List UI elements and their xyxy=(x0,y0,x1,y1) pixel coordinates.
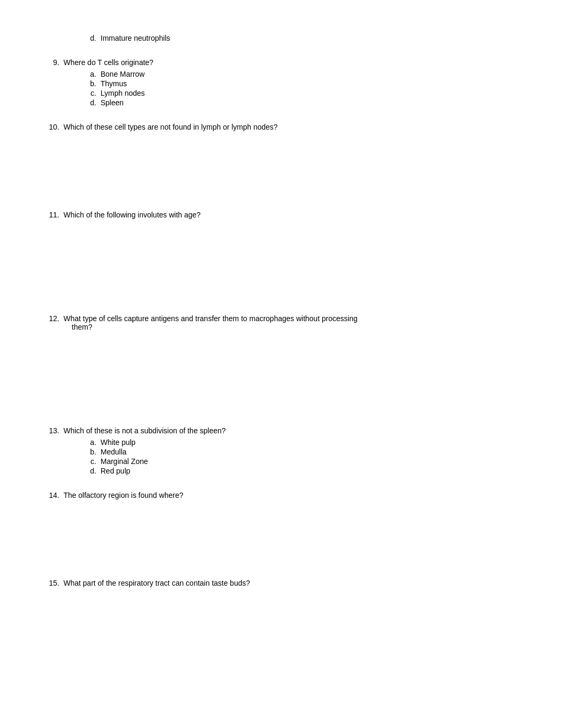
question-13-line: 13. Which of these is not a subdivision … xyxy=(42,426,434,435)
answer-letter: d. xyxy=(85,34,101,42)
answer-text: White pulp xyxy=(101,438,434,447)
question-block-prev: d. Immature neutrophils xyxy=(42,34,434,42)
spacer-after-11 xyxy=(42,235,434,314)
answer-text: Marginal Zone xyxy=(101,457,434,466)
question-15-number: 15. xyxy=(42,579,64,587)
question-11-number: 11. xyxy=(42,211,64,219)
list-item: d. Spleen xyxy=(85,98,434,107)
question-9-text: Where do T cells originate? xyxy=(64,58,434,67)
answer-text: Spleen xyxy=(101,98,434,107)
list-item: c. Marginal Zone xyxy=(85,457,434,466)
answer-letter: b. xyxy=(85,448,101,456)
answer-text: Lymph nodes xyxy=(101,89,434,97)
question-9-number: 9. xyxy=(42,58,64,67)
question-11-line: 11. Which of the following involutes wit… xyxy=(42,211,434,219)
question-9-answers: a. Bone Marrow b. Thymus c. Lymph nodes … xyxy=(85,70,434,107)
question-10-text: Which of these cell types are not found … xyxy=(64,123,434,131)
question-14-text: The olfactory region is found where? xyxy=(64,491,434,499)
question-14-block: 14. The olfactory region is found where? xyxy=(42,491,434,499)
question-14-number: 14. xyxy=(42,491,64,499)
question-10-block: 10. Which of these cell types are not fo… xyxy=(42,123,434,131)
question-13-number: 13. xyxy=(42,426,64,435)
question-12-text: What type of cells capture antigens and … xyxy=(64,314,434,331)
answer-text: Thymus xyxy=(101,79,434,88)
question-15-text: What part of the respiratory tract can c… xyxy=(64,579,434,587)
question-10-line: 10. Which of these cell types are not fo… xyxy=(42,123,434,131)
list-item: d. Immature neutrophils xyxy=(85,34,434,42)
question-13-block: 13. Which of these is not a subdivision … xyxy=(42,426,434,475)
prev-answers: d. Immature neutrophils xyxy=(85,34,434,42)
answer-text: Immature neutrophils xyxy=(101,34,434,42)
question-12-number: 12. xyxy=(42,314,64,331)
list-item: b. Medulla xyxy=(85,448,434,456)
answer-letter: c. xyxy=(85,89,101,97)
spacer-after-12 xyxy=(42,347,434,426)
answer-letter: c. xyxy=(85,457,101,466)
list-item: a. White pulp xyxy=(85,438,434,447)
question-9-block: 9. Where do T cells originate? a. Bone M… xyxy=(42,58,434,107)
question-10-number: 10. xyxy=(42,123,64,131)
answer-text: Medulla xyxy=(101,448,434,456)
answer-letter: a. xyxy=(85,438,101,447)
question-12-block: 12. What type of cells capture antigens … xyxy=(42,314,434,331)
spacer-after-14 xyxy=(42,515,434,579)
question-12-line: 12. What type of cells capture antigens … xyxy=(42,314,434,331)
question-15-block: 15. What part of the respiratory tract c… xyxy=(42,579,434,587)
answer-letter: b. xyxy=(85,79,101,88)
answer-letter: d. xyxy=(85,467,101,475)
question-15-line: 15. What part of the respiratory tract c… xyxy=(42,579,434,587)
list-item: c. Lymph nodes xyxy=(85,89,434,97)
page-content: d. Immature neutrophils 9. Where do T ce… xyxy=(0,0,476,635)
list-item: a. Bone Marrow xyxy=(85,70,434,78)
question-9-line: 9. Where do T cells originate? xyxy=(42,58,434,67)
answer-text: Bone Marrow xyxy=(101,70,434,78)
question-11-text: Which of the following involutes with ag… xyxy=(64,211,434,219)
question-13-answers: a. White pulp b. Medulla c. Marginal Zon… xyxy=(85,438,434,475)
spacer-after-10 xyxy=(42,147,434,211)
answer-text: Red pulp xyxy=(101,467,434,475)
question-13-text: Which of these is not a subdivision of t… xyxy=(64,426,434,435)
answer-letter: d. xyxy=(85,98,101,107)
question-11-block: 11. Which of the following involutes wit… xyxy=(42,211,434,219)
question-14-line: 14. The olfactory region is found where? xyxy=(42,491,434,499)
list-item: b. Thymus xyxy=(85,79,434,88)
list-item: d. Red pulp xyxy=(85,467,434,475)
answer-letter: a. xyxy=(85,70,101,78)
